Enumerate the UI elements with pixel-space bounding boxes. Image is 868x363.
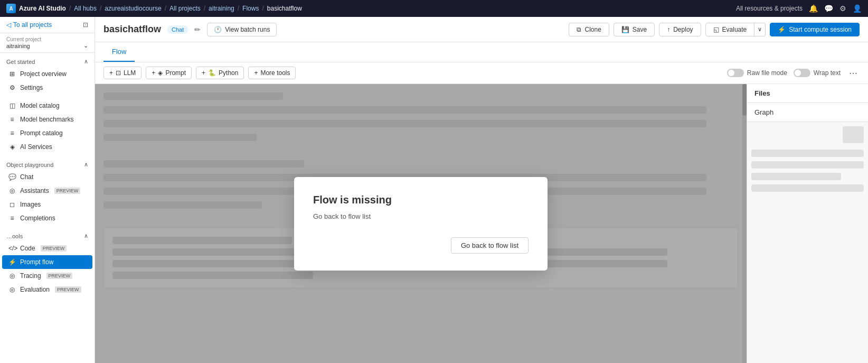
flow-canvas: Flow is missing Go back to flow list Go … [95, 84, 747, 363]
breadcrumb-aitraining[interactable]: aitraining [209, 5, 234, 12]
sidebar-item-tracing[interactable]: ◎ Tracing PREVIEW [0, 269, 95, 283]
sidebar-back[interactable]: ◁ To all projects ⊡ [0, 17, 95, 33]
sidebar: ◁ To all projects ⊡ Current project aitr… [0, 17, 95, 363]
resources-label: All resources & projects [736, 5, 803, 12]
clone-icon: ⧉ [577, 26, 581, 33]
flow-icon: ⚡ [8, 258, 16, 266]
right-panel: Files Graph [747, 84, 868, 363]
graph-content [747, 122, 868, 363]
overflow-menu-button[interactable]: ⋯ [847, 67, 860, 79]
eval-badge: PREVIEW [55, 286, 81, 293]
deploy-icon: ↑ [667, 26, 670, 33]
more-tools-button[interactable]: + More tools [248, 67, 296, 79]
section-get-started: Get started ∧ ⊞ Project overview ⚙ Setti… [0, 53, 95, 97]
back-to-flow-list-button[interactable]: Go back to flow list [451, 237, 529, 254]
graph-skeleton-node [843, 126, 864, 143]
start-compute-button[interactable]: ⚡ Start compute session [770, 23, 860, 36]
top-nav-right: All resources & projects 🔔 💬 ⚙ 👤 [736, 4, 862, 13]
save-icon: 💾 [621, 26, 629, 33]
compute-icon: ⚡ [778, 26, 786, 33]
eval-icon: ◎ [8, 286, 16, 293]
modal-body: Go back to flow list [313, 212, 529, 220]
section-catalog: ◫ Model catalog ≡ Model benchmarks ≡ Pro… [0, 97, 95, 156]
wrap-text-toggle-group: Wrap text [794, 69, 841, 77]
sidebar-item-prompt-catalog[interactable]: ≡ Prompt catalog [0, 126, 95, 140]
chevron-up-icon2: ∧ [84, 161, 88, 168]
breadcrumb-all-projects[interactable]: All projects [169, 5, 201, 12]
page-title: basichatflow [103, 24, 161, 35]
sidebar-item-chat[interactable]: 💬 Chat [0, 170, 95, 184]
graph-header: Graph [747, 103, 868, 122]
code-icon: </> [8, 245, 16, 252]
section-header-playground[interactable]: Object playground ∧ [0, 158, 95, 170]
project-chevron[interactable]: ⌄ [83, 42, 88, 49]
azure-icon: A [6, 4, 16, 13]
assistants-badge: PREVIEW [54, 188, 81, 194]
sidebar-item-evaluation[interactable]: ◎ Evaluation PREVIEW [0, 283, 95, 296]
view-batch-runs-button[interactable]: 🕐 View batch runs [207, 23, 277, 36]
chevron-up-icon3: ∧ [84, 232, 88, 239]
sidebar-item-model-catalog[interactable]: ◫ Model catalog [0, 99, 95, 113]
modal-overlay: Flow is missing Go back to flow list Go … [95, 84, 747, 363]
back-to-projects[interactable]: ◁ To all projects [6, 21, 52, 29]
sidebar-item-model-benchmarks[interactable]: ≡ Model benchmarks [0, 113, 95, 126]
images-icon: ◻ [8, 201, 16, 208]
modal-footer: Go back to flow list [313, 237, 529, 254]
section-header-tools[interactable]: …ools ∧ [0, 229, 95, 241]
breadcrumb-all-hubs[interactable]: All hubs [74, 5, 97, 12]
evaluate-icon: ◱ [713, 26, 719, 33]
assistants-icon: ◎ [8, 187, 16, 194]
sidebar-item-settings[interactable]: ⚙ Settings [0, 81, 95, 95]
plus-icon4: + [254, 69, 258, 77]
flow-toolbar: + ⊡ LLM + ◈ Prompt + 🐍 Python + More too… [95, 62, 868, 84]
deploy-button[interactable]: ↑ Deploy [659, 23, 701, 36]
benchmark-icon: ≡ [8, 116, 16, 123]
flow-type-badge: Chat [167, 25, 188, 34]
user-icon[interactable]: 👤 [853, 4, 862, 13]
graph-skeleton-bar [751, 184, 864, 192]
clone-button[interactable]: ⧉ Clone [569, 23, 609, 36]
save-button[interactable]: 💾 Save [614, 23, 655, 36]
grid-icon: ⊞ [8, 70, 16, 78]
sidebar-item-code[interactable]: </> Code PREVIEW [0, 241, 95, 255]
back-icon: ◁ [6, 21, 11, 29]
sidebar-item-ai-services[interactable]: ◈ AI Services [0, 140, 95, 154]
edit-icon[interactable]: ✏ [194, 25, 201, 34]
raw-file-mode-toggle[interactable] [727, 69, 744, 77]
graph-skeleton-bar [751, 150, 864, 157]
graph-skeleton-bar [751, 173, 841, 180]
services-icon: ◈ [8, 143, 16, 151]
sidebar-item-images[interactable]: ◻ Images [0, 198, 95, 211]
chat-icon[interactable]: 💬 [824, 4, 833, 13]
sidebar-item-prompt-flow[interactable]: ⚡ Prompt flow [2, 255, 92, 269]
add-llm-button[interactable]: + ⊡ LLM [103, 67, 141, 79]
header-actions: ⧉ Clone 💾 Save ↑ Deploy ◱ Evaluate ∨ [569, 23, 860, 36]
add-prompt-button[interactable]: + ◈ Prompt [146, 67, 192, 79]
completions-icon: ≡ [8, 215, 16, 222]
evaluate-group: ◱ Evaluate ∨ [705, 23, 766, 36]
sidebar-item-project-overview[interactable]: ⊞ Project overview [0, 67, 95, 81]
settings-icon[interactable]: ⚙ [839, 4, 846, 13]
main-layout: ◁ To all projects ⊡ Current project aitr… [0, 17, 868, 363]
wrap-text-toggle[interactable] [794, 69, 810, 77]
breadcrumb-flows[interactable]: Flows [242, 5, 259, 12]
plus-icon2: + [152, 69, 155, 77]
modal-title: Flow is missing [313, 194, 529, 206]
top-nav: A Azure AI Studio / All hubs / azureaist… [0, 0, 868, 17]
tab-flow[interactable]: Flow [103, 42, 135, 62]
section-header-get-started[interactable]: Get started ∧ [0, 55, 95, 67]
evaluate-button[interactable]: ◱ Evaluate [705, 23, 755, 36]
graph-skeleton-bar [751, 161, 864, 169]
add-python-button[interactable]: + 🐍 Python [196, 67, 244, 79]
sidebar-item-assistants[interactable]: ◎ Assistants PREVIEW [0, 184, 95, 198]
raw-file-mode-toggle-group: Raw file mode [727, 69, 787, 77]
toolbar-right: Raw file mode Wrap text ⋯ [727, 67, 860, 79]
clock-icon: 🕐 [214, 26, 222, 33]
expand-icon[interactable]: ⊡ [83, 21, 88, 29]
evaluate-dropdown-button[interactable]: ∨ [754, 23, 766, 36]
bell-icon[interactable]: 🔔 [809, 4, 818, 13]
section-playground: Object playground ∧ 💬 Chat ◎ Assistants … [0, 156, 95, 227]
sidebar-item-completions[interactable]: ≡ Completions [0, 211, 95, 225]
llm-icon: ⊡ [116, 69, 121, 77]
breadcrumb-course[interactable]: azureaistudiocourse [105, 5, 161, 12]
